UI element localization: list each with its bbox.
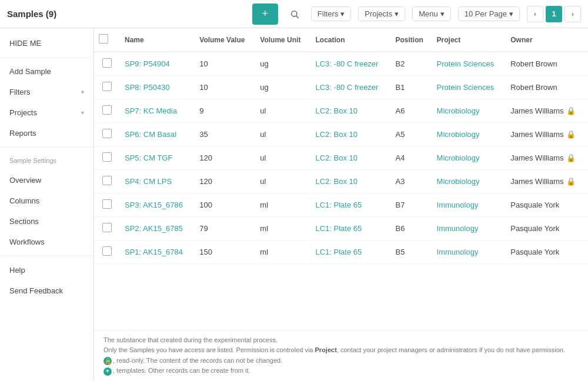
row-location[interactable]: LC1: Plate 65 bbox=[310, 240, 390, 264]
row-name[interactable]: SP7: KC Media bbox=[120, 99, 195, 123]
sample-link[interactable]: SP8: P50430 bbox=[125, 83, 170, 92]
project-link[interactable]: Protein Sciences bbox=[437, 83, 495, 92]
project-link[interactable]: Microbiology bbox=[437, 153, 480, 162]
row-checkbox[interactable] bbox=[102, 176, 112, 185]
location-link[interactable]: LC1: Plate 65 bbox=[315, 200, 362, 209]
row-location[interactable]: LC2: Box 10 bbox=[310, 170, 390, 193]
row-project[interactable]: Immunology bbox=[432, 193, 506, 217]
row-name[interactable]: SP2: AK15_6785 bbox=[120, 217, 195, 240]
row-checkbox[interactable] bbox=[102, 105, 112, 115]
row-location[interactable]: LC2: Box 10 bbox=[310, 99, 390, 123]
row-project[interactable]: Protein Sciences bbox=[432, 52, 506, 76]
row-checkbox[interactable] bbox=[102, 82, 112, 91]
sidebar-item-filters[interactable]: Filters ▾ bbox=[0, 82, 93, 102]
sample-link[interactable]: SP6: CM Basal bbox=[125, 130, 176, 139]
lock-icon: 🔒 bbox=[566, 106, 576, 115]
sample-link[interactable]: SP9: P54904 bbox=[125, 59, 170, 68]
sidebar-item-add-sample[interactable]: Add Sample bbox=[0, 61, 93, 82]
sample-link[interactable]: SP7: KC Media bbox=[125, 106, 177, 115]
search-button[interactable] bbox=[285, 7, 304, 21]
sample-link[interactable]: SP3: AK15_6786 bbox=[125, 200, 183, 209]
sidebar-item-hide[interactable]: HIDE ME bbox=[0, 33, 93, 54]
sample-link[interactable]: SP1: AK15_6784 bbox=[125, 248, 183, 256]
project-link[interactable]: Microbiology bbox=[437, 106, 480, 115]
row-name[interactable]: SP9: P54904 bbox=[120, 52, 195, 76]
location-link[interactable]: LC3: -80 C freezer bbox=[315, 83, 378, 92]
location-link[interactable]: LC1: Plate 65 bbox=[315, 248, 362, 256]
sample-link[interactable]: SP5: CM TGF bbox=[125, 153, 172, 162]
sample-link[interactable]: SP4: CM LPS bbox=[125, 177, 172, 186]
row-location[interactable]: LC1: Plate 65 bbox=[310, 193, 390, 217]
per-page-control[interactable]: 10 Per Page ▾ bbox=[458, 6, 520, 21]
project-link[interactable]: Protein Sciences bbox=[437, 59, 495, 68]
sidebar-item-workflows[interactable]: Workflows bbox=[0, 232, 93, 252]
footer-line3: 🔒, read-only. The content of the records… bbox=[103, 356, 579, 366]
location-link[interactable]: LC1: Plate 65 bbox=[315, 224, 362, 233]
row-name[interactable]: SP1: AK15_6784 bbox=[120, 240, 195, 264]
sidebar-item-help[interactable]: Help bbox=[0, 260, 93, 280]
row-project[interactable]: Microbiology bbox=[432, 146, 506, 170]
row-checkbox[interactable] bbox=[102, 199, 112, 209]
footer-line4: ✦, templates. Other records can be creat… bbox=[103, 366, 579, 376]
sidebar-item-send-feedback[interactable]: Send Feedback bbox=[0, 280, 93, 301]
project-link[interactable]: Immunology bbox=[437, 248, 479, 256]
row-name[interactable]: SP8: P50430 bbox=[120, 76, 195, 99]
row-checkbox-cell[interactable] bbox=[94, 99, 120, 123]
row-checkbox-cell[interactable] bbox=[94, 123, 120, 146]
select-all-header[interactable] bbox=[94, 28, 120, 52]
row-project[interactable]: Microbiology bbox=[432, 170, 506, 193]
row-checkbox-cell[interactable] bbox=[94, 170, 120, 193]
sidebar-item-overview[interactable]: Overview bbox=[0, 170, 93, 190]
row-checkbox[interactable] bbox=[102, 246, 112, 256]
row-checkbox-cell[interactable] bbox=[94, 76, 120, 99]
row-checkbox-cell[interactable] bbox=[94, 52, 120, 76]
add-button[interactable]: + bbox=[252, 4, 278, 25]
location-link[interactable]: LC2: Box 10 bbox=[315, 153, 358, 162]
select-all-checkbox[interactable] bbox=[99, 34, 108, 44]
project-link[interactable]: Immunology bbox=[437, 200, 479, 209]
location-link[interactable]: LC2: Box 10 bbox=[315, 177, 358, 186]
sidebar-item-projects[interactable]: Projects ▾ bbox=[0, 102, 93, 123]
menu-control[interactable]: Menu ▾ bbox=[412, 6, 451, 21]
row-checkbox[interactable] bbox=[102, 58, 112, 68]
sidebar-item-columns[interactable]: Columns bbox=[0, 190, 93, 211]
row-name[interactable]: SP4: CM LPS bbox=[120, 170, 195, 193]
row-project[interactable]: Microbiology bbox=[432, 99, 506, 123]
sidebar-item-reports[interactable]: Reports bbox=[0, 123, 93, 143]
location-link[interactable]: LC2: Box 10 bbox=[315, 130, 358, 139]
row-location[interactable]: LC2: Box 10 bbox=[310, 146, 390, 170]
prev-page-button[interactable]: ‹ bbox=[527, 6, 543, 22]
project-link[interactable]: Immunology bbox=[437, 224, 479, 233]
row-checkbox-cell[interactable] bbox=[94, 193, 120, 217]
project-link[interactable]: Microbiology bbox=[437, 177, 480, 186]
row-location[interactable]: LC3: -80 C freezer bbox=[310, 52, 390, 76]
projects-control[interactable]: Projects ▾ bbox=[358, 6, 405, 21]
location-link[interactable]: LC2: Box 10 bbox=[315, 106, 358, 115]
row-volume-value: 9 bbox=[195, 99, 255, 123]
row-project[interactable]: Microbiology bbox=[432, 123, 506, 146]
row-checkbox[interactable] bbox=[102, 223, 112, 232]
row-name[interactable]: SP3: AK15_6786 bbox=[120, 193, 195, 217]
sidebar-item-sections[interactable]: Sections bbox=[0, 211, 93, 232]
row-checkbox-cell[interactable] bbox=[94, 240, 120, 264]
row-project[interactable]: Protein Sciences bbox=[432, 76, 506, 99]
row-location[interactable]: LC2: Box 10 bbox=[310, 123, 390, 146]
row-checkbox-cell[interactable] bbox=[94, 146, 120, 170]
row-checkbox[interactable] bbox=[102, 152, 112, 162]
row-name[interactable]: SP5: CM TGF bbox=[120, 146, 195, 170]
row-volume-value: 150 bbox=[195, 240, 255, 264]
sample-link[interactable]: SP2: AK15_6785 bbox=[125, 224, 183, 233]
row-name[interactable]: SP6: CM Basal bbox=[120, 123, 195, 146]
row-checkbox[interactable] bbox=[102, 129, 112, 138]
next-page-button[interactable]: › bbox=[564, 6, 581, 22]
row-location[interactable]: LC1: Plate 65 bbox=[310, 217, 390, 240]
filters-control[interactable]: Filters ▾ bbox=[311, 6, 351, 21]
row-checkbox-cell[interactable] bbox=[94, 217, 120, 240]
owner-name: James Williams bbox=[510, 130, 563, 139]
row-location[interactable]: LC3: -80 C freezer bbox=[310, 76, 390, 99]
row-project[interactable]: Immunology bbox=[432, 240, 506, 264]
owner-name: James Williams bbox=[510, 106, 563, 115]
project-link[interactable]: Microbiology bbox=[437, 130, 480, 139]
location-link[interactable]: LC3: -80 C freezer bbox=[315, 59, 378, 68]
row-project[interactable]: Immunology bbox=[432, 217, 506, 240]
